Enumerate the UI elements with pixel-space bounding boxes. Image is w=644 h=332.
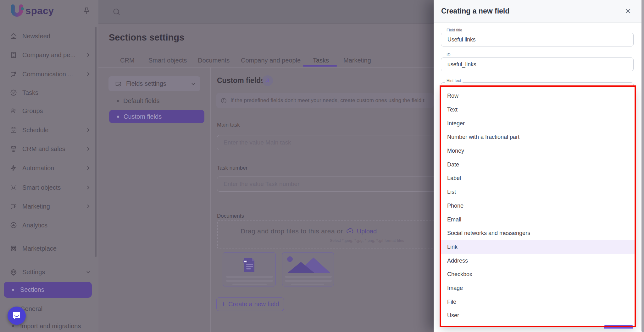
page-scrollbar[interactable] — [641, 0, 644, 332]
default-fields-label: Default fields — [123, 97, 160, 105]
document-icon — [241, 257, 257, 273]
sidebar-subitem-sections-active[interactable]: Sections — [4, 282, 92, 298]
uspacy-logo[interactable]: spacy — [10, 4, 54, 19]
dropdown-option-fractional[interactable]: Number with a fractional part — [441, 130, 635, 144]
sidebar-item-analytics[interactable]: Analytics — [9, 218, 91, 232]
ghost-line — [226, 280, 273, 282]
sidebar-item-label: Automation — [22, 165, 54, 172]
dropdown-option-address[interactable]: Address — [441, 254, 635, 268]
submit-button-sliver[interactable] — [604, 325, 633, 329]
dropdown-option-row[interactable]: Row — [441, 89, 635, 103]
gear-icon — [9, 268, 18, 276]
sidebar-item-groups[interactable]: Groups — [9, 104, 91, 118]
bullet-icon — [12, 325, 14, 327]
dropdown-option-integer[interactable]: Integer — [441, 117, 635, 130]
smart-objects-icon — [9, 183, 18, 192]
sidebar-item-schedule[interactable]: Schedule — [9, 123, 91, 137]
tab-crm[interactable]: CRM — [120, 57, 135, 64]
dropdown-option-image[interactable]: Image — [441, 281, 635, 295]
dropdown-option-link-highlighted[interactable]: Link — [441, 240, 635, 254]
chevron-right-icon — [86, 72, 91, 76]
fields-settings-select[interactable]: Fields settings — [108, 76, 200, 91]
default-fields-item[interactable]: Default fields — [117, 95, 160, 107]
tab-smart-objects[interactable]: Smart objects — [148, 57, 187, 64]
sidebar-item-tasks[interactable]: Tasks — [9, 86, 91, 100]
home-icon — [9, 32, 18, 40]
hint-text-label: Hint text — [445, 79, 463, 83]
groups-icon — [9, 107, 18, 115]
communication-icon — [9, 70, 18, 78]
upload-link[interactable]: Upload — [357, 228, 377, 235]
sidebar-item-smart-objects[interactable]: Smart objects — [9, 181, 91, 194]
create-new-field-button[interactable]: + Create a new field — [216, 297, 284, 311]
ghost-line — [291, 284, 324, 285]
sidebar-item-marketing[interactable]: Marketing — [9, 199, 91, 213]
chevron-right-icon — [86, 204, 91, 209]
chat-widget-button[interactable] — [8, 307, 26, 325]
chat-bubble-icon — [12, 312, 21, 320]
sidebar-item-label: Marketing — [22, 203, 50, 210]
marketplace-icon — [9, 244, 18, 253]
count-badge: 3 — [262, 75, 273, 86]
sidebar-item-crm[interactable]: CRM and sales — [9, 142, 91, 156]
building-icon — [9, 51, 18, 59]
sidebar-item-label: Communication ... — [22, 71, 73, 78]
search-icon[interactable] — [113, 8, 121, 16]
dropzone-text: Drag and drop files to this area or — [241, 227, 343, 235]
field-id-label: ID — [445, 53, 452, 57]
close-icon[interactable]: ✕ — [622, 6, 634, 17]
upload-cloud-icon — [346, 228, 354, 235]
dropdown-option-social[interactable]: Social networks and messengers — [441, 226, 635, 240]
document-type-card[interactable] — [223, 252, 276, 286]
custom-fields-label: Custom fields — [124, 113, 162, 120]
dropdown-option-text[interactable]: Text — [441, 103, 635, 117]
sidebar-item-label: Schedule — [22, 127, 48, 134]
create-new-field-label: Create a new field — [228, 301, 279, 308]
tab-marketing[interactable]: Marketing — [343, 57, 371, 64]
fields-settings-label: Fields settings — [126, 80, 186, 87]
dropdown-option-email[interactable]: Email — [441, 213, 635, 226]
dropdown-option-user[interactable]: User — [441, 309, 635, 323]
page-title: Sections settings — [109, 32, 184, 43]
sidebar-item-communication[interactable]: Communication ... — [9, 67, 91, 81]
sidebar-item-label: Smart objects — [22, 184, 61, 191]
sidebar-item-settings[interactable]: Settings — [9, 265, 91, 279]
chevron-right-icon — [86, 185, 91, 190]
dropdown-option-list[interactable]: List — [441, 185, 635, 199]
dropdown-option-money[interactable]: Money — [441, 144, 635, 158]
main-task-label: Main task — [217, 122, 240, 128]
pin-sidebar-icon[interactable] — [83, 7, 90, 15]
lightning-icon — [9, 164, 18, 172]
dropdown-option-checkbox[interactable]: Checkbox — [441, 268, 635, 281]
chevron-down-icon — [191, 82, 196, 86]
sidebar-item-label: Tasks — [22, 89, 38, 96]
sidebar-item-automation[interactable]: Automation — [9, 161, 91, 175]
plus-icon: + — [221, 301, 225, 308]
tab-tasks-active[interactable]: Tasks — [313, 57, 329, 64]
dropdown-option-date[interactable]: Date — [441, 158, 635, 171]
panel-divider — [210, 68, 211, 332]
custom-fields-item-active[interactable]: Custom fields — [109, 110, 204, 123]
analytics-icon — [9, 221, 18, 229]
chevron-right-icon — [86, 53, 91, 57]
sidebar-item-company[interactable]: Company and pe... — [9, 48, 91, 62]
image-type-card[interactable] — [282, 252, 334, 286]
tab-documents[interactable]: Documents — [198, 57, 230, 64]
dropdown-option-phone[interactable]: Phone — [441, 199, 635, 213]
sidebar-item-newsfeed[interactable]: Newsfeed — [9, 29, 91, 43]
field-title-label: Field title — [445, 28, 464, 32]
custom-fields-heading: Custom fields — [217, 76, 265, 85]
dropdown-option-label[interactable]: Label — [441, 171, 635, 185]
marketing-icon — [9, 202, 18, 210]
sidebar-item-marketplace[interactable]: Marketplace — [9, 242, 91, 255]
dropzone-formats-text: Select *.jpeg, *.jpg, *.png, *.gif forma… — [330, 238, 404, 243]
dropdown-option-file[interactable]: File — [441, 295, 635, 309]
bullet-icon — [117, 116, 119, 118]
active-tab-indicator — [303, 65, 337, 67]
sidebar-item-label: Newsfeed — [22, 33, 50, 40]
bullet-icon — [117, 100, 119, 102]
tab-company-and-people[interactable]: Company and people — [241, 57, 301, 64]
sidebar-item-label: Company and pe... — [22, 52, 75, 59]
sidebar-scrollbar[interactable] — [95, 27, 97, 257]
chevron-down-icon — [86, 270, 91, 274]
